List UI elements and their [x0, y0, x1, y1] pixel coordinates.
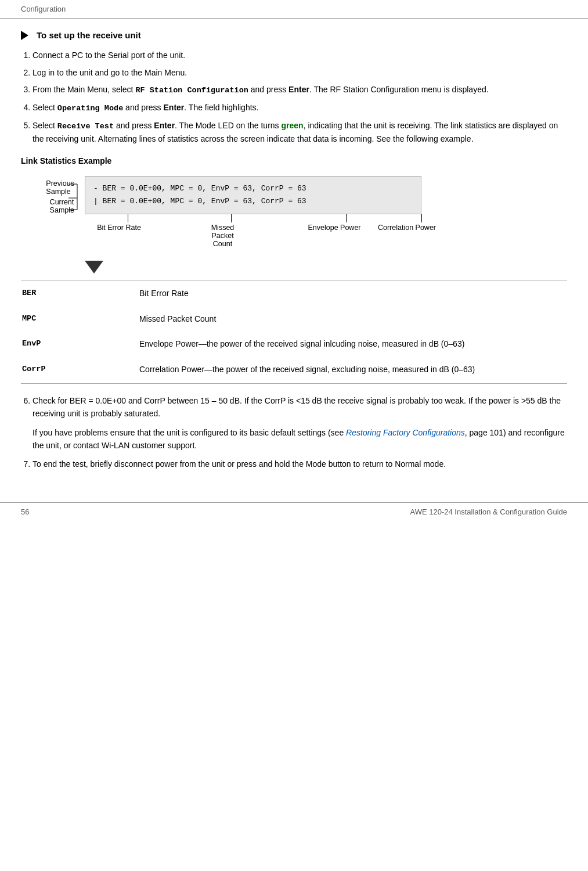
down-arrow-icon [85, 261, 103, 273]
brace-svg [67, 182, 78, 214]
step-1-text: Connect a PC to the Serial port of the u… [33, 51, 185, 60]
down-arrow-wrap [85, 261, 567, 275]
correlation-power-text: Correlation Power [378, 224, 436, 232]
envp-desc: Envelope Power—the power of the received… [139, 332, 566, 357]
ber-code: BER [22, 282, 138, 306]
step-3: From the Main Menu, select RF Station Co… [33, 84, 567, 97]
ber-table: BER Bit Error Rate MPC Missed Packet Cou… [21, 280, 567, 384]
ber-desc: Bit Error Rate [139, 282, 566, 306]
correlation-power-label: Correlation Power [375, 214, 439, 232]
envp-code: EnvP [22, 332, 138, 357]
link-stats-title: Link Statistics Example [21, 156, 567, 165]
step-5: Select Receive Test and press Enter. The… [33, 120, 567, 146]
restoring-factory-link[interactable]: Restoring Factory Configurations [346, 428, 465, 437]
section-title: To set up the receive unit [21, 30, 567, 40]
step-4: Select Operating Mode and press Enter. T… [33, 102, 567, 115]
footer-guide-title: AWE 120-24 Installation & Configuration … [410, 508, 567, 516]
green-text: green [282, 121, 304, 130]
terminal-box: - BER = 0.0E+00, MPC = 0, EnvP = 63, Cor… [85, 176, 421, 214]
terminal-line2: | BER = 0.0E+00, MPC = 0, EnvP = 63, Cor… [93, 195, 413, 208]
steps-list: Connect a PC to the Serial port of the u… [33, 49, 567, 146]
corrp-desc: Correlation Power—the power of the recei… [139, 358, 566, 382]
envp-line [346, 214, 347, 222]
link-stats-title-text: Link Statistics Example [21, 156, 111, 165]
column-labels-area: Bit Error Rate MissedPacketCount Envelop… [85, 214, 567, 255]
step-2-text: Log in to the unit and go to the Main Me… [33, 68, 187, 77]
rf-station-config-code: RF Station Configuration [135, 86, 248, 95]
enter-bold-5: Enter [154, 121, 175, 130]
step-7: To end the test, briefly disconnect powe… [33, 458, 567, 470]
terminal-line1: - BER = 0.0E+00, MPC = 0, EnvP = 63, Cor… [93, 182, 413, 195]
table-row-mpc: MPC Missed Packet Count [22, 307, 566, 332]
page-content: To set up the receive unit Connect a PC … [0, 19, 588, 502]
step-6b-part1: If you have problems ensure that the uni… [33, 428, 346, 437]
bit-error-rate-text: Bit Error Rate [97, 224, 141, 232]
envelope-power-text: Envelope Power [308, 224, 360, 232]
section-title-text: To set up the receive unit [37, 30, 141, 40]
missed-packet-count-label: MissedPacketCount [201, 214, 244, 248]
mpc-line [231, 214, 232, 222]
envelope-power-label: Envelope Power [305, 214, 363, 232]
corrp-code: CorrP [22, 358, 138, 382]
link-stats-diagram: PreviousSample CurrentSample - BER = 0.0… [21, 176, 567, 255]
table-row-ber: BER Bit Error Rate [22, 282, 566, 306]
mpc-code: MPC [22, 307, 138, 332]
table-row-corrp: CorrP Correlation Power—the power of the… [22, 358, 566, 382]
steps-6-7: Check for BER = 0.0E+00 and CorrP betwee… [33, 394, 567, 471]
header-text: Configuration [21, 5, 66, 13]
page-header: Configuration [0, 0, 588, 19]
step-6b-text: If you have problems ensure that the uni… [33, 426, 567, 452]
mpc-desc: Missed Packet Count [139, 307, 566, 332]
missed-packet-count-text: MissedPacketCount [211, 224, 235, 248]
enter-bold-3: Enter [288, 85, 309, 94]
step-6: Check for BER = 0.0E+00 and CorrP betwee… [33, 394, 567, 452]
bit-error-rate-label: Bit Error Rate [93, 214, 145, 232]
ber-line [128, 214, 128, 222]
step-1: Connect a PC to the Serial port of the u… [33, 49, 567, 62]
corrp-line [421, 214, 422, 222]
terminal-area: - BER = 0.0E+00, MPC = 0, EnvP = 63, Cor… [85, 176, 567, 255]
arrow-right-icon [21, 31, 28, 40]
step-7-text: To end the test, briefly disconnect powe… [33, 458, 567, 470]
callout-container: PreviousSample CurrentSample - BER = 0.0… [21, 176, 567, 255]
step-2: Log in to the unit and go to the Main Me… [33, 67, 567, 80]
footer-page-number: 56 [21, 508, 29, 516]
step-6-text: Check for BER = 0.0E+00 and CorrP betwee… [33, 394, 567, 420]
receive-test-code: Receive Test [57, 122, 114, 131]
callout-left: PreviousSample CurrentSample [21, 176, 85, 177]
operating-mode-code: Operating Mode [57, 104, 123, 113]
page-footer: 56 AWE 120-24 Installation & Configurati… [0, 502, 588, 521]
enter-bold-4: Enter [164, 103, 185, 112]
table-row-envp: EnvP Envelope Power—the power of the rec… [22, 332, 566, 357]
